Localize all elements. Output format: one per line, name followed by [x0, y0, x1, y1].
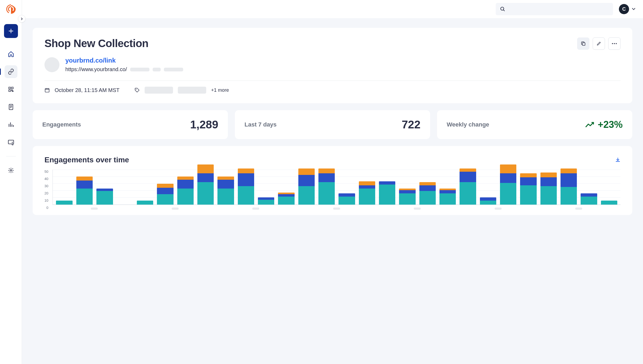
chart-bar[interactable]	[157, 184, 173, 205]
stat-last-7-days: Last 7 days 722	[235, 110, 430, 139]
more-tags-button[interactable]: +1 more	[211, 87, 229, 93]
chart-bar[interactable]	[298, 168, 315, 205]
more-button[interactable]	[608, 37, 621, 50]
chart-bar[interactable]	[278, 193, 294, 205]
nav-links[interactable]	[5, 65, 17, 78]
home-icon	[8, 51, 14, 57]
create-new-button[interactable]	[4, 24, 18, 38]
link-detail-card: Shop New Collection	[33, 28, 632, 103]
trend-up-icon	[585, 121, 595, 128]
svg-rect-1	[11, 87, 13, 89]
chart-bar[interactable]	[561, 168, 577, 205]
page-title: Shop New Collection	[44, 37, 148, 49]
svg-point-10	[614, 43, 615, 44]
chart-x-axis	[52, 205, 621, 210]
nav-analytics[interactable]	[5, 118, 17, 131]
chart-bar[interactable]	[137, 201, 153, 205]
svg-rect-12	[45, 89, 49, 92]
chart-bar[interactable]	[318, 168, 335, 205]
url-segment-placeholder	[130, 68, 149, 71]
sidebar-expand-toggle[interactable]	[18, 15, 25, 22]
nav-settings[interactable]	[5, 164, 17, 177]
copy-icon	[581, 41, 586, 46]
download-chart-button[interactable]	[615, 157, 621, 163]
chart-bar[interactable]	[419, 182, 436, 205]
analytics-icon	[8, 122, 14, 128]
more-icon	[612, 43, 617, 44]
x-label-placeholder	[252, 208, 259, 210]
url-segment-placeholder	[153, 68, 161, 71]
tag-icon	[134, 87, 140, 93]
x-label-placeholder	[91, 208, 98, 210]
long-url: https://www.yourbrand.co/	[65, 66, 127, 72]
user-avatar[interactable]: C	[619, 4, 629, 14]
search-box[interactable]	[496, 3, 613, 15]
calendar-icon	[44, 87, 50, 93]
stat-weekly-change: Weekly change +23%	[437, 110, 632, 139]
stat-label: Engagements	[42, 121, 81, 128]
svg-point-11	[616, 43, 617, 44]
chart-title: Engagements over time	[44, 156, 129, 164]
x-label-placeholder	[333, 208, 340, 210]
chart-bar[interactable]	[540, 173, 557, 205]
nav-separator	[6, 156, 16, 156]
svg-point-9	[612, 43, 613, 44]
edit-button[interactable]	[593, 37, 605, 50]
stat-label: Weekly change	[447, 121, 489, 128]
svg-point-13	[136, 89, 137, 90]
qr-icon	[8, 86, 14, 92]
nav-home[interactable]	[5, 48, 17, 60]
chart-bar[interactable]	[258, 197, 274, 205]
chart-card: Engagements over time 50403020100	[33, 146, 632, 215]
chart-bar[interactable]	[439, 189, 456, 205]
chart-bar[interactable]	[76, 177, 93, 205]
gear-icon	[8, 167, 14, 173]
svg-rect-8	[582, 43, 585, 45]
stat-value: +23%	[598, 119, 623, 130]
stat-label: Last 7 days	[245, 121, 277, 128]
chart-bar[interactable]	[520, 173, 536, 205]
nav-campaigns[interactable]	[5, 136, 17, 149]
y-tick: 10	[44, 198, 48, 202]
x-label-placeholder	[414, 208, 421, 210]
stat-engagements: Engagements 1,289	[33, 110, 228, 139]
sidebar	[0, 0, 22, 364]
chart-bar[interactable]	[480, 197, 496, 205]
svg-point-6	[10, 170, 12, 171]
chart-bar[interactable]	[601, 201, 617, 205]
chart-bar[interactable]	[399, 189, 415, 205]
campaign-icon	[8, 139, 14, 145]
copy-button[interactable]	[577, 37, 589, 50]
pencil-icon	[596, 41, 601, 46]
bitly-logo	[5, 3, 17, 15]
page-icon	[8, 104, 14, 110]
search-input[interactable]	[508, 7, 609, 12]
chart-bar[interactable]	[379, 181, 395, 205]
chevron-down-icon	[632, 8, 636, 10]
link-favicon-placeholder	[44, 57, 59, 72]
chart-bar[interactable]	[359, 181, 375, 205]
y-tick: 40	[44, 177, 48, 181]
chart-bar[interactable]	[460, 168, 476, 205]
chart-bar[interactable]	[56, 201, 72, 205]
tag-placeholder	[178, 87, 206, 94]
x-label-placeholder	[172, 208, 179, 210]
user-menu-toggle[interactable]	[632, 8, 636, 10]
chart-bar[interactable]	[581, 193, 597, 205]
y-tick: 20	[44, 191, 48, 195]
search-icon	[500, 6, 505, 12]
short-link[interactable]: yourbrnd.co/link	[65, 57, 183, 64]
tag-placeholder	[145, 87, 173, 94]
nav-pages[interactable]	[5, 101, 17, 113]
topbar: C	[22, 0, 643, 18]
chart-plot-area	[52, 170, 621, 205]
chart-bar[interactable]	[500, 164, 516, 205]
chart-bar[interactable]	[197, 164, 214, 205]
chart-bar[interactable]	[238, 168, 254, 205]
chart-bar[interactable]	[339, 193, 355, 205]
chart-bar[interactable]	[217, 177, 234, 205]
nav-qr-codes[interactable]	[5, 83, 17, 96]
chart-bar[interactable]	[177, 177, 194, 205]
chart-bar[interactable]	[96, 189, 113, 205]
svg-rect-2	[9, 90, 10, 91]
